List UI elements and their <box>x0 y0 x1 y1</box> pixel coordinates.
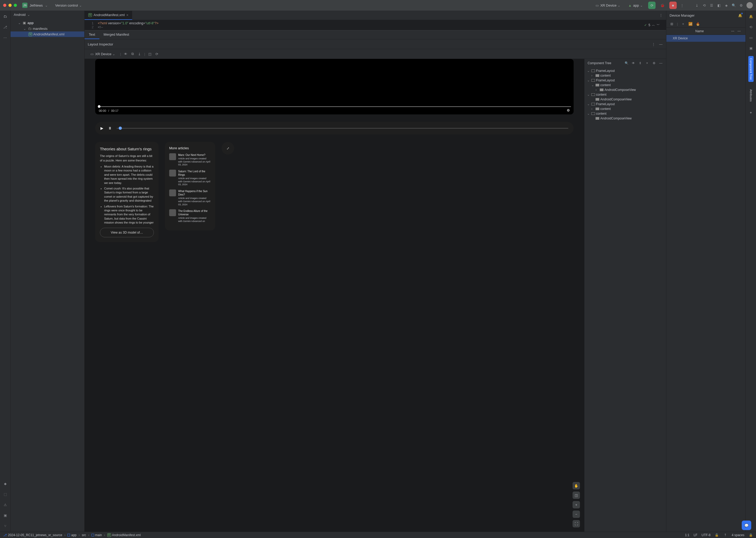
column-header-name[interactable]: Name <box>669 29 729 33</box>
minimize-window-button[interactable] <box>9 4 12 7</box>
audio-slider[interactable] <box>117 128 568 129</box>
readonly-icon[interactable]: 🔓 <box>715 533 719 537</box>
gear-icon[interactable]: ⚙ <box>567 108 570 112</box>
visibility-icon[interactable]: 👁 <box>124 52 128 56</box>
tree-node-app[interactable]: ⌄ ▣ app <box>11 20 84 26</box>
slider-knob[interactable] <box>119 127 122 130</box>
git-icon[interactable]: ⑂ <box>3 523 8 528</box>
video-progress-bar[interactable] <box>98 106 571 107</box>
component-tree-tab[interactable]: Component Tree <box>748 56 754 82</box>
refresh-icon[interactable]: ⟳ <box>155 52 159 56</box>
ct-node[interactable]: ⌄FrameLayout <box>584 102 666 106</box>
expand-all-icon[interactable]: ⇕ <box>638 61 642 65</box>
collapse-icon[interactable]: × <box>645 61 649 65</box>
subtab-merged-manifest[interactable]: Merged Manifest <box>99 30 134 39</box>
ct-node[interactable]: ⌄content <box>584 111 666 116</box>
debug-button[interactable]: 🐞 <box>659 2 666 9</box>
visibility-icon[interactable]: 👁 <box>631 61 635 65</box>
video-player[interactable]: 00:00 / 00:17 ⚙ <box>95 59 574 114</box>
sync-icon[interactable]: ⤓ <box>695 3 699 7</box>
running-devices-icon[interactable]: ▣ <box>748 45 754 51</box>
stop-button[interactable]: ■ <box>669 2 677 9</box>
line-ending[interactable]: LF <box>694 533 697 537</box>
editor-tab-manifest[interactable]: M AndroidManifest.xml × <box>85 11 132 20</box>
zoom-in-button[interactable]: + <box>572 501 580 509</box>
firebase-icon[interactable]: 🔥 <box>696 22 700 26</box>
structure-icon[interactable]: ☰ <box>710 3 714 7</box>
wifi-icon[interactable]: 📶 <box>688 22 693 26</box>
close-window-button[interactable] <box>3 4 6 7</box>
file-encoding[interactable]: UTF-8 <box>702 533 711 537</box>
minimize-panel-icon[interactable]: — <box>659 42 663 46</box>
ct-node[interactable]: ›AndroidComposeView <box>584 87 666 92</box>
chevron-down-icon[interactable]: ⌄ <box>45 3 48 7</box>
git-branch[interactable]: ⎇ 2024-12-05_RC11_jetnews_xr_source <box>3 533 62 537</box>
indent-setting[interactable]: 4 spaces <box>732 533 744 537</box>
breadcrumb-item[interactable]: MAndroidManifest.xml <box>107 533 141 537</box>
more-item[interactable]: Mars: Our Next Home? Article and images … <box>169 153 211 167</box>
search-icon[interactable]: 🔍 <box>732 3 736 7</box>
mode-button[interactable]: ◫ <box>572 492 580 499</box>
export-icon[interactable]: ⤓ <box>138 52 142 56</box>
subtab-text[interactable]: Text <box>85 30 99 39</box>
more-item[interactable]: The Endless Allure of the Universe Artic… <box>169 209 211 223</box>
ai-assistant-fab[interactable]: 💬 <box>742 520 751 530</box>
more-item[interactable]: What Happens if the Sun Dies? Article an… <box>169 189 211 206</box>
ct-node[interactable]: ⌄FrameLayout <box>584 69 666 73</box>
vcs-menu[interactable]: Version control ⌄ <box>53 2 84 9</box>
fit-button[interactable]: ⛶ <box>572 520 580 527</box>
device-preview[interactable]: 00:00 / 00:17 ⚙ ▶ ⏸ <box>85 59 584 532</box>
settings-icon[interactable]: ⚙ <box>652 61 656 65</box>
breadcrumb-item[interactable]: app <box>67 533 76 537</box>
ct-node[interactable]: ⌄FrameLayout <box>584 78 666 83</box>
vcs-tool-icon[interactable]: ⎇ <box>3 24 8 29</box>
pan-button[interactable]: ✋ <box>572 482 580 489</box>
indent-icon[interactable]: ⤒ <box>723 533 727 537</box>
ct-node[interactable]: AndroidComposeView <box>584 97 666 102</box>
editor-status[interactable]: ✓ 5 ︿ ﹀ <box>644 23 660 27</box>
more-item[interactable]: Saturn: The Lord of the Rings Article an… <box>169 170 211 186</box>
device-selector[interactable]: ▭ XR Device ⌄ <box>593 2 622 9</box>
app-inspection-icon[interactable]: ◈ <box>724 3 728 7</box>
view-3d-button[interactable]: View as 3D model of… <box>100 228 154 237</box>
attributes-tab[interactable]: Attributes <box>748 87 754 104</box>
project-name[interactable]: JetNews <box>29 3 43 7</box>
project-panel-header[interactable]: Android ⌄ <box>11 11 84 19</box>
code-editor[interactable]: 1 <?xml version="1.0" encoding="utf-8"?>… <box>85 20 666 30</box>
zoom-out-button[interactable]: − <box>572 511 580 518</box>
chevron-down-icon[interactable]: ﹀ <box>657 23 660 27</box>
gem-icon[interactable]: ◆ <box>3 481 8 486</box>
notifications-tool-icon[interactable]: 🔔 <box>748 14 754 19</box>
gradle-tool-icon[interactable]: ⟲ <box>748 24 754 29</box>
maximize-window-button[interactable] <box>14 4 17 7</box>
breadcrumb-item[interactable]: src <box>82 533 86 537</box>
play-icon[interactable]: ▶ <box>100 126 103 130</box>
progress-knob[interactable] <box>98 105 100 108</box>
ct-node[interactable]: AndroidComposeView <box>584 116 666 121</box>
rerun-button[interactable]: ⟳ <box>648 2 656 9</box>
terminal-icon[interactable]: ▣ <box>3 512 8 518</box>
article-card[interactable]: Theories about Saturn's rings The origin… <box>95 142 159 242</box>
device-row-selected[interactable]: XR Device <box>667 35 745 42</box>
breadcrumb-item[interactable]: main <box>91 533 102 537</box>
run-config-selector[interactable]: ▲ app ⌄ <box>626 2 645 9</box>
profiler-icon[interactable]: ◧ <box>717 3 721 7</box>
project-tool-icon[interactable]: 🗀 <box>3 14 8 19</box>
ct-node[interactable]: ›content <box>584 106 666 111</box>
inspector-device-selector[interactable]: ▭ XR Device ⌄ <box>88 51 117 57</box>
ai-sparkle-icon[interactable]: ✦ <box>748 110 754 115</box>
commit-icon[interactable]: ⟲ <box>702 3 706 7</box>
tree-node-manifests[interactable]: ⌄ 🗀 manifests <box>11 26 84 31</box>
resources-icon[interactable]: ⬚ <box>3 492 8 497</box>
panel-options-icon[interactable]: ⋮ <box>651 42 656 46</box>
tab-actions-icon[interactable]: ⋮ <box>659 13 663 18</box>
cursor-position[interactable]: 1:1 <box>685 533 689 537</box>
problems-icon[interactable]: ⚠ <box>3 502 8 507</box>
account-avatar[interactable] <box>746 2 753 9</box>
ct-node[interactable]: ›content <box>584 73 666 78</box>
minimize-icon[interactable]: — <box>659 61 663 65</box>
snapshot-icon[interactable]: ⧉ <box>131 52 135 56</box>
add-device-icon[interactable]: + <box>681 22 685 26</box>
layers-icon[interactable]: ◫ <box>148 52 152 56</box>
pause-icon[interactable]: ⏸ <box>108 126 112 130</box>
